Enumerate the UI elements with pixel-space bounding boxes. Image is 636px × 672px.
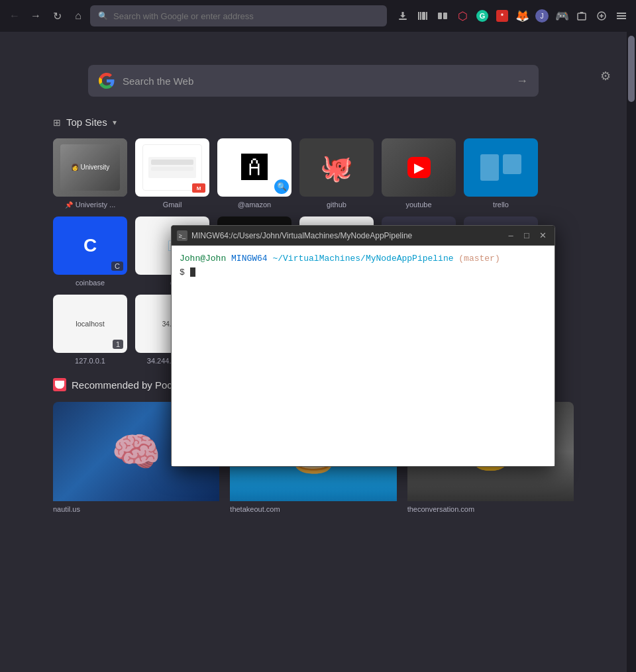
browser-toolbar: ← → ↻ ⌂ 🔍	[0, 0, 636, 32]
svg-rect-2	[420, 12, 421, 20]
terminal-titlebar: ≥_ MINGW64:/c/Users/John/VirtualMachines…	[172, 226, 555, 246]
library-icon[interactable]	[413, 7, 432, 25]
site-thumb-amazon: 🅰 🔍	[217, 138, 292, 197]
reader-icon[interactable]	[433, 7, 452, 25]
site-thumb-localhost: localhost 1	[53, 295, 127, 353]
site-label-university: 📌 Univeristy ...	[65, 201, 116, 209]
avatar-icon[interactable]: J	[533, 7, 551, 25]
site-tile-coinbase[interactable]: C C coinbase	[53, 216, 127, 287]
extensions-icon[interactable]	[572, 7, 591, 25]
svg-rect-15	[617, 18, 626, 19]
site-tile-localhost[interactable]: localhost 1 127.0.0.1	[53, 295, 127, 365]
search-placeholder: Search the Web	[123, 75, 508, 87]
menu-button[interactable]	[612, 7, 631, 25]
svg-rect-3	[422, 12, 425, 20]
terminal-cursor	[190, 267, 195, 277]
download-icon[interactable]	[394, 7, 412, 25]
search-icon: 🔍	[98, 11, 108, 21]
address-bar[interactable]: 🔍	[90, 5, 387, 26]
pocket-logo	[53, 378, 66, 391]
back-button[interactable]: ←	[5, 7, 24, 25]
site-thumb-github: 🐙	[299, 138, 374, 197]
top-sites-header: ⊞ Top Sites ▾	[53, 117, 574, 128]
svg-rect-8	[439, 15, 441, 16]
site-label-localhost: 127.0.0.1	[75, 357, 105, 365]
site-tile-gmail[interactable]: M Gmail	[135, 138, 209, 209]
terminal-controls: – □ ✕	[504, 230, 549, 242]
terminal-title: MINGW64:/c/Users/John/VirtualMachines/My…	[191, 231, 500, 240]
site-label-github: github	[327, 201, 346, 209]
site-label-youtube: youtube	[405, 201, 431, 209]
scrollbar-track[interactable]	[627, 32, 636, 672]
terminal-window[interactable]: ≥_ MINGW64:/c/Users/John/VirtualMachines…	[171, 225, 555, 467]
svg-rect-14	[617, 15, 626, 17]
search-box[interactable]: Search the Web →	[88, 65, 539, 97]
home-button[interactable]: ⌂	[69, 7, 87, 25]
terminal-app-icon: ≥_	[177, 230, 187, 241]
terminal-maximize-button[interactable]: □	[520, 230, 533, 242]
terminal-line-1: John@John MINGW64 ~/VirtualMachines/MyNo…	[180, 252, 547, 266]
article-domain-conversation: theconversation.com	[407, 501, 574, 514]
search-container: Search the Web →	[0, 32, 627, 97]
site-thumb-trello	[464, 138, 538, 197]
top-sites-grid-icon: ⊞	[53, 117, 61, 128]
site-label-amazon: @amazon	[238, 201, 271, 209]
terminal-env: MINGW64	[231, 254, 268, 264]
svg-rect-4	[426, 12, 427, 20]
fox-icon[interactable]: 🦊	[513, 7, 531, 25]
terminal-close-button[interactable]: ✕	[536, 230, 549, 242]
site-tile-trello[interactable]: trello	[464, 138, 538, 209]
pocket-title: Recommended by Pocket	[72, 379, 186, 391]
svg-rect-0	[399, 19, 407, 20]
site-thumb-university: 👩 University	[53, 138, 127, 197]
svg-rect-1	[418, 12, 419, 20]
terminal-minimize-button[interactable]: –	[504, 230, 517, 242]
site-label-gmail: Gmail	[163, 201, 182, 209]
pin-icon: 📌	[65, 201, 73, 209]
site-tile-university[interactable]: 👩 University 📌 Univeristy ...	[53, 138, 127, 209]
site-tile-amazon[interactable]: 🅰 🔍 @amazon	[217, 138, 292, 209]
extensions2-icon[interactable]	[592, 7, 611, 25]
site-label-trello: trello	[493, 201, 509, 209]
scrollbar-thumb	[628, 36, 635, 102]
article-domain-nautil: nautil.us	[53, 501, 219, 514]
article-domain-takeout: thetakeout.com	[230, 501, 396, 514]
settings-gear-button[interactable]: ⚙	[600, 69, 611, 83]
svg-rect-11	[578, 13, 586, 20]
terminal-cursor-line: $	[180, 267, 190, 277]
toolbar-icons: ⬡ G * 🦊 J 🎮	[394, 7, 631, 25]
address-input[interactable]	[113, 11, 379, 21]
site-thumb-youtube: ▶	[382, 138, 456, 197]
forward-button[interactable]: →	[26, 7, 45, 25]
pocket-toolbar-icon[interactable]: ⬡	[453, 7, 472, 25]
svg-rect-10	[444, 15, 447, 16]
top-sites-row-1: 👩 University 📌 Univeristy ...	[53, 138, 574, 209]
svg-rect-9	[444, 14, 447, 15]
svg-rect-13	[617, 13, 626, 14]
site-tile-youtube[interactable]: ▶ youtube	[382, 138, 456, 209]
grammarly-icon[interactable]: G	[473, 7, 492, 25]
terminal-branch: (master)	[458, 254, 500, 264]
site-label-coinbase: coinbase	[76, 279, 105, 287]
top-sites-chevron[interactable]: ▾	[113, 118, 117, 127]
svg-rect-7	[439, 14, 441, 15]
terminal-path: ~/VirtualMachines/MyNodeAppPipeline	[272, 254, 453, 264]
site-thumb-gmail: M	[135, 138, 209, 197]
game-icon[interactable]: 🎮	[553, 7, 571, 25]
site-tile-github[interactable]: 🐙 github	[299, 138, 374, 209]
search-arrow-icon[interactable]: →	[516, 74, 528, 88]
site-thumb-coinbase: C C	[53, 216, 127, 275]
terminal-content: John@John MINGW64 ~/VirtualMachines/MyNo…	[172, 246, 555, 466]
reload-button[interactable]: ↻	[48, 7, 66, 25]
lastpass-icon[interactable]: *	[493, 7, 511, 25]
terminal-line-2: $	[180, 266, 547, 280]
top-sites-title: Top Sites	[66, 117, 107, 128]
terminal-prompt-user: John@John	[180, 254, 226, 264]
google-logo	[99, 73, 115, 89]
